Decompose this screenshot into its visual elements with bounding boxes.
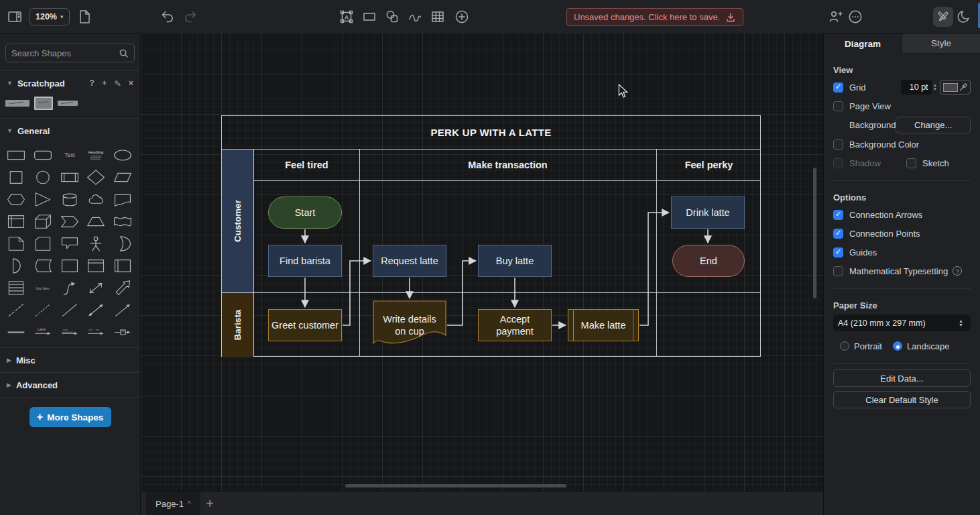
connection-arrows-checkbox[interactable] xyxy=(833,210,843,220)
scratchpad-item[interactable] xyxy=(5,100,29,107)
shape-cylinder[interactable] xyxy=(58,190,82,209)
phase-header[interactable]: Make transaction xyxy=(359,150,656,180)
shape-card[interactable] xyxy=(31,234,55,253)
tab-style[interactable]: Style xyxy=(902,34,980,54)
node-find-barista[interactable]: Find barista xyxy=(268,245,342,277)
undo-icon[interactable] xyxy=(160,9,176,25)
drawing-tools-button[interactable] xyxy=(933,7,953,27)
paper-size-select[interactable]: A4 (210 mm x 297 mm) ▲▼ xyxy=(833,314,971,331)
freehand-draw-icon[interactable] xyxy=(407,9,423,25)
shape-link-with-label[interactable] xyxy=(84,323,108,342)
shape-cube[interactable] xyxy=(31,212,55,231)
more-shapes-button[interactable]: + More Shapes xyxy=(29,407,111,427)
shape-vertical-container[interactable] xyxy=(111,256,135,276)
guides-checkbox[interactable] xyxy=(833,247,843,258)
node-end[interactable]: End xyxy=(672,245,745,277)
insert-rectangle-icon[interactable] xyxy=(361,9,377,25)
shadow-checkbox[interactable] xyxy=(833,158,843,168)
shape-connector-with-symbol[interactable] xyxy=(111,323,135,342)
phase-header[interactable]: Feel tired xyxy=(254,150,359,180)
add-page-button[interactable]: + xyxy=(200,492,220,515)
unsaved-changes-button[interactable]: Unsaved changes. Click here to save. xyxy=(566,8,743,26)
shape-list[interactable] xyxy=(4,278,28,298)
shape-actor[interactable] xyxy=(84,234,108,253)
node-greet-customer[interactable]: Greet customer xyxy=(268,309,342,341)
add-icon[interactable]: + xyxy=(102,78,107,89)
zoom-select[interactable]: 120% ▾ xyxy=(29,8,70,25)
shape-container-title[interactable] xyxy=(84,256,108,276)
background-color-checkbox[interactable] xyxy=(833,139,843,150)
edit-data-button[interactable]: Edit Data... xyxy=(833,369,971,387)
horizontal-scrollbar[interactable] xyxy=(345,484,566,488)
edit-pencil-icon[interactable]: ✎ xyxy=(114,78,121,89)
shape-arrow-with-label[interactable]: Label xyxy=(31,323,55,342)
share-person-add-icon[interactable] xyxy=(827,9,843,25)
shape-link[interactable] xyxy=(58,323,82,342)
node-request-latte[interactable]: Request latte xyxy=(373,245,446,277)
advanced-section-header[interactable]: ▶ Advanced xyxy=(0,373,140,397)
sketch-checkbox[interactable] xyxy=(906,158,916,168)
shape-horizontal-line[interactable] xyxy=(4,323,28,342)
shape-or[interactable] xyxy=(111,234,135,253)
scratchpad-section-header[interactable]: ▼ Scratchpad ?+✎× xyxy=(0,71,140,95)
dark-mode-moon-icon[interactable] xyxy=(956,9,972,25)
lane-customer[interactable]: Customer xyxy=(222,150,253,292)
insert-text-icon[interactable]: A xyxy=(339,9,355,25)
pool-title[interactable]: PERK UP WITH A LATTE xyxy=(222,116,760,150)
shape-rectangle[interactable] xyxy=(4,146,28,165)
scratchpad-item[interactable] xyxy=(58,101,78,106)
shape-trapezoid[interactable] xyxy=(84,212,108,231)
help-icon[interactable]: ? xyxy=(89,78,95,89)
landscape-radio[interactable] xyxy=(893,341,902,351)
shape-and[interactable] xyxy=(4,256,28,276)
close-icon[interactable]: × xyxy=(129,78,133,89)
lane-barista[interactable]: Barista xyxy=(222,292,253,357)
insert-table-icon[interactable] xyxy=(430,9,446,25)
shape-text[interactable]: Text xyxy=(58,146,82,165)
phase-header[interactable]: Feel perky xyxy=(656,150,761,180)
misc-section-header[interactable]: ▶ Misc xyxy=(0,348,140,372)
shape-square[interactable] xyxy=(4,168,28,187)
clear-default-style-button[interactable]: Clear Default Style xyxy=(833,391,971,408)
shape-ellipse[interactable] xyxy=(111,146,135,165)
shape-note[interactable] xyxy=(4,234,28,253)
shape-bidirectional-arrow[interactable] xyxy=(84,278,108,298)
shape-step[interactable] xyxy=(58,212,82,231)
shape-dashed-line[interactable] xyxy=(4,300,28,320)
grid-checkbox[interactable] xyxy=(833,82,843,93)
shape-heading[interactable]: Heading xyxy=(84,146,108,165)
grid-size-stepper[interactable]: ▲▼ xyxy=(933,83,937,91)
shape-container[interactable] xyxy=(58,256,82,276)
diagram-canvas[interactable]: PERK UP WITH A LATTE CustomerBarista Fee… xyxy=(141,34,823,491)
shape-diamond[interactable] xyxy=(84,168,108,187)
more-options-icon[interactable] xyxy=(847,9,863,25)
search-shapes-input[interactable]: Search Shapes xyxy=(5,44,135,62)
node-accept-payment[interactable]: Accept payment xyxy=(478,309,552,341)
shape-internal-storage[interactable] xyxy=(4,212,28,231)
node-start[interactable]: Start xyxy=(268,196,342,229)
help-icon[interactable]: ? xyxy=(953,266,962,276)
shape-document[interactable] xyxy=(111,190,135,209)
page-outline-icon[interactable] xyxy=(76,9,93,25)
node-buy-latte[interactable]: Buy latte xyxy=(478,245,552,277)
shape-dotted-line[interactable] xyxy=(31,300,55,320)
shape-parallelogram[interactable] xyxy=(111,168,135,187)
shape-arrow[interactable] xyxy=(111,278,135,298)
vertical-scrollbar[interactable] xyxy=(813,168,816,298)
shape-curve[interactable] xyxy=(58,278,82,298)
scratchpad-item[interactable] xyxy=(34,97,53,110)
node-make-latte[interactable]: Make latte xyxy=(568,309,639,341)
general-section-header[interactable]: ▼ General xyxy=(0,119,140,143)
mathematical-typesetting-checkbox[interactable] xyxy=(833,266,843,276)
shape-cloud[interactable] xyxy=(84,190,108,209)
grid-color-button[interactable] xyxy=(940,80,971,95)
shape-directional-connector[interactable] xyxy=(111,300,135,320)
shape-tape[interactable] xyxy=(111,212,135,231)
shape-line[interactable] xyxy=(58,300,82,320)
node-write-details[interactable]: Write details on cup xyxy=(373,300,446,347)
shape-triangle[interactable] xyxy=(31,190,55,209)
redo-icon[interactable] xyxy=(182,9,198,25)
insert-shape-icon[interactable] xyxy=(384,9,400,25)
shape-process[interactable] xyxy=(58,168,82,187)
shape-bidirectional-connector[interactable] xyxy=(84,300,108,320)
